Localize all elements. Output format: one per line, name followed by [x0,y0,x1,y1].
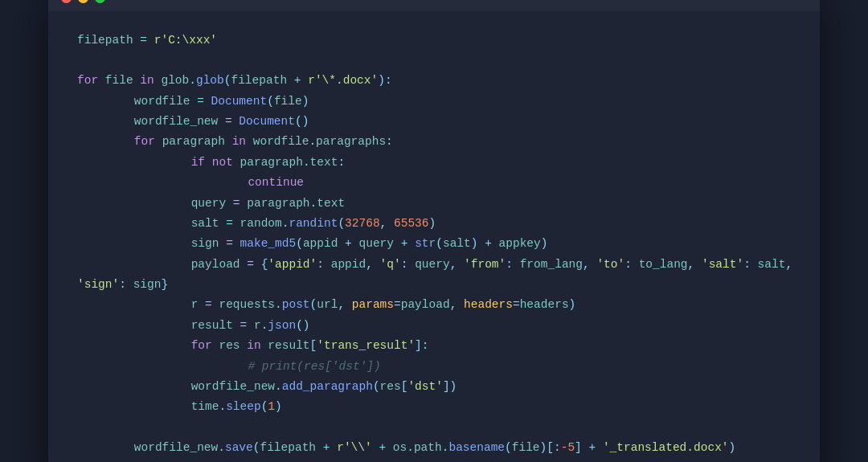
code-line-5: wordfile_new = Document() [77,112,791,132]
code-editor: filepath = r'C:\xxx' for file in glob.gl… [48,11,820,462]
code-line-7: if not paragraph.text: [77,153,791,173]
code-line-6: for paragraph in wordfile.paragraphs: [77,132,791,152]
code-line-15: result = r.json() [77,316,791,336]
code-line-12: payload = {'appid': appid, 'q': query, '… [77,255,791,275]
code-line-4: wordfile = Document(file) [77,92,791,112]
code-line-19: time.sleep(1) [77,397,791,417]
title-bar [48,0,820,11]
code-line-8: continue [77,173,791,193]
close-button[interactable] [61,0,72,3]
code-line-3: for file in glob.glob(filepath + r'\*.do… [77,71,791,91]
code-line-10: salt = random.randint(32768, 65536) [77,214,791,234]
code-line-21: wordfile_new.save(filepath + r'\\' + os.… [77,438,791,458]
code-line-1: filepath = r'C:\xxx' [77,31,791,51]
code-window: filepath = r'C:\xxx' for file in glob.gl… [48,0,820,462]
code-line-18: wordfile_new.add_paragraph(res['dst']) [77,377,791,397]
code-line-9: query = paragraph.text [77,194,791,214]
code-line-17: # print(res['dst']) [77,357,791,377]
code-line-14: r = requests.post(url, params=payload, h… [77,295,791,315]
empty-line [77,51,791,71]
code-line-16: for res in result['trans_result']: [77,336,791,356]
maximize-button[interactable] [95,0,105,3]
minimize-button[interactable] [78,0,88,3]
code-line-13: 'sign': sign} [77,275,791,295]
code-line-11: sign = make_md5(appid + query + str(salt… [77,234,791,254]
empty-line-2 [77,418,791,438]
